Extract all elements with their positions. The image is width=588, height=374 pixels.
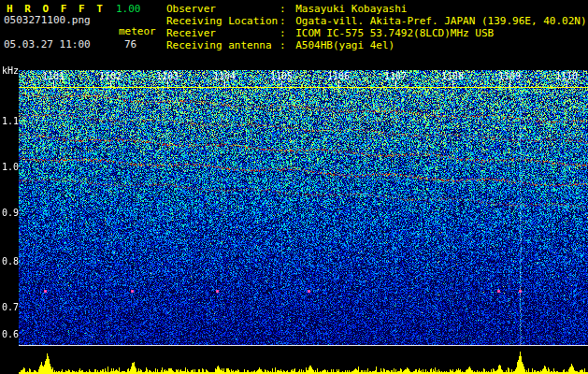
spectrogram-canvas — [19, 70, 588, 349]
info-label: Receiver — [166, 27, 280, 39]
freq-axis-label: 0.8 — [2, 256, 19, 266]
freq-axis-label: kHz — [2, 65, 19, 76]
info-colon: : — [280, 39, 290, 51]
freq-axis-label: 1.0 — [2, 162, 19, 172]
app-version: 1.00 — [116, 3, 141, 15]
datetime-label: 05.03.27 11:00 — [4, 38, 91, 50]
time-axis-label: 1105 — [269, 71, 294, 81]
time-axis-label: 1107 — [383, 71, 408, 81]
info-value: A504HB(yagi 4el) — [290, 39, 395, 51]
info-colon: : — [280, 15, 290, 27]
power-strip-canvas — [19, 349, 588, 374]
freq-axis-label: 0.6 — [2, 329, 19, 339]
freq-axis-label: 0.7 — [2, 302, 19, 312]
time-axis-label: 1101 — [41, 71, 65, 81]
time-axis-label: 1103 — [155, 71, 179, 81]
station-info-row: Receiving Location: Ogata-vill. Akita-Pr… — [166, 15, 587, 27]
time-axis-label: 1109 — [497, 71, 522, 81]
info-value: ICOM IC-575 53.7492(8LCD)MHz USB — [290, 27, 495, 39]
mode-label: meteor — [119, 25, 156, 37]
info-colon: : — [280, 3, 290, 15]
info-label: Observer — [166, 3, 280, 15]
time-axis-label: 1106 — [326, 71, 351, 81]
station-info-row: Receiver: ICOM IC-575 53.7492(8LCD)MHz U… — [166, 27, 587, 39]
freq-axis-label: 1.1 — [2, 116, 19, 126]
time-axis-label: 1102 — [98, 71, 122, 81]
time-axis-label: 1108 — [440, 71, 465, 81]
info-colon: : — [280, 27, 290, 39]
hrofft-window: H R O F F T 1.00 0503271100.png meteor 0… — [0, 0, 588, 374]
info-label: Receiving Location — [166, 15, 280, 27]
output-filename: 0503271100.png — [4, 14, 91, 26]
time-axis-label: 1110 — [554, 71, 579, 81]
info-value: Ogata-vill. Akita-Pref. JAPAN (139.96E, … — [290, 15, 587, 27]
freq-axis-label: 0.9 — [2, 208, 19, 218]
station-info-row: Observer: Masayuki Kobayashi — [166, 3, 587, 15]
station-info-row: Receiving antenna: A504HB(yagi 4el) — [166, 39, 587, 51]
info-value: Masayuki Kobayashi — [290, 3, 408, 15]
station-info: Observer: Masayuki KobayashiReceiving Lo… — [166, 3, 587, 51]
info-label: Receiving antenna — [166, 39, 280, 51]
time-axis-label: 1104 — [212, 71, 237, 81]
echo-count: 76 — [124, 38, 136, 50]
